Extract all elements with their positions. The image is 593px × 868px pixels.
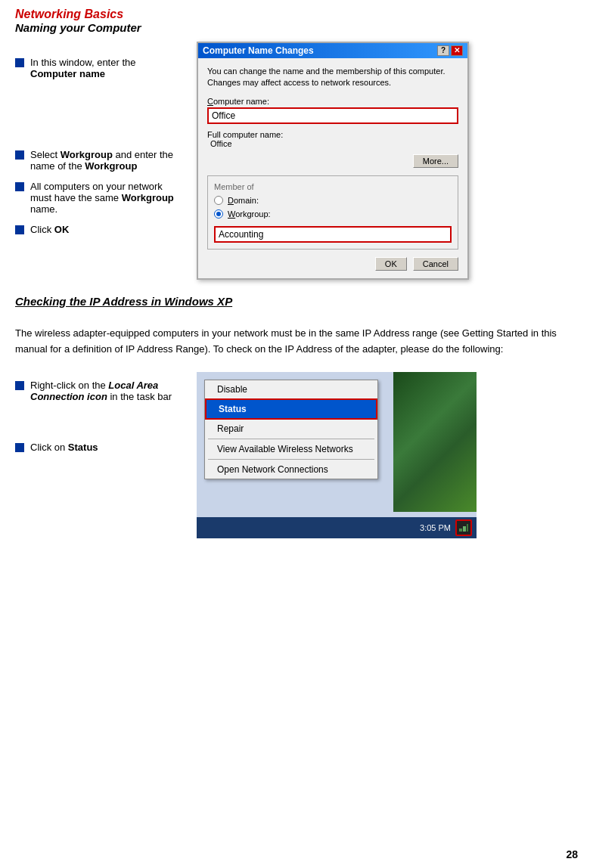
ok-button[interactable]: OK	[375, 257, 407, 271]
domain-label: Domain:	[228, 196, 259, 205]
bullet-item-1: In this window, enter the Computer name	[15, 57, 182, 79]
dialog-description: You can change the name and the membersh…	[207, 66, 458, 89]
bullet-item-3: All computers on your network must have …	[15, 181, 182, 215]
bullet-item-5: Right-click on the Local Area Connection…	[15, 380, 182, 402]
bullet-text-1: In this window, enter the Computer name	[30, 57, 182, 79]
bullet-square-5	[15, 381, 24, 390]
full-computer-name-label: Full computer name:	[207, 130, 458, 139]
workgroup-radio[interactable]	[214, 209, 223, 219]
domain-radio-row[interactable]: Domain:	[214, 196, 452, 205]
bullet-text-2: Select Workgroup and enter the name of t…	[30, 149, 182, 172]
dialog-close-button[interactable]: ✕	[451, 45, 463, 56]
more-button[interactable]: More...	[413, 154, 458, 168]
network-icon[interactable]	[455, 519, 472, 536]
page-number: 28	[566, 848, 578, 860]
bullet-square-2	[15, 150, 24, 160]
taskbar: 3:05 PM	[197, 517, 477, 538]
bullet-text-5: Right-click on the Local Area Connection…	[30, 380, 182, 402]
computer-name-dialog: Computer Name Changes ? ✕ You can change…	[197, 42, 469, 280]
network-icon-svg	[458, 522, 469, 533]
workgroup-label: Workgroup:	[228, 209, 271, 219]
dialog-title-text: Computer Name Changes	[203, 45, 314, 56]
desktop-bg	[393, 372, 477, 512]
menu-item-repair[interactable]: Repair	[205, 420, 377, 438]
section2-body-text: The wireless adapter-equipped computers …	[15, 326, 578, 358]
member-of-section: Member of Domain: Workgroup:	[207, 175, 458, 250]
computer-name-input[interactable]	[207, 107, 458, 124]
bullet-text-4: Click OK	[30, 224, 69, 235]
page-title: Networking Basics	[15, 8, 578, 21]
menu-separator-2	[208, 459, 374, 460]
svg-rect-2	[467, 524, 468, 532]
bullet-text-3: All computers on your network must have …	[30, 181, 182, 215]
section-heading: Naming your Computer	[15, 21, 578, 34]
bullet-item-2: Select Workgroup and enter the name of t…	[15, 149, 182, 172]
bullet-item-4: Click OK	[15, 224, 182, 235]
time-display: 3:05 PM	[420, 523, 451, 532]
bullet-square-1	[15, 58, 24, 67]
menu-separator-1	[208, 439, 374, 439]
full-computer-name-value: Office	[207, 139, 458, 148]
domain-radio[interactable]	[214, 196, 223, 205]
menu-item-open-connections[interactable]: Open Network Connections	[205, 460, 377, 479]
dialog-titlebar: Computer Name Changes ? ✕	[198, 43, 467, 58]
context-menu: Disable Status Repair View Available Wir…	[204, 380, 378, 479]
menu-item-wireless[interactable]: View Available Wireless Networks	[205, 440, 377, 458]
menu-item-status[interactable]: Status	[205, 398, 377, 420]
dialog-help-button[interactable]: ?	[437, 45, 449, 56]
workgroup-radio-row[interactable]: Workgroup:	[214, 209, 452, 219]
svg-rect-0	[459, 529, 462, 532]
member-of-legend: Member of	[214, 182, 452, 191]
bullet-item-6: Click on Status	[15, 442, 182, 453]
bullet-square-3	[15, 182, 24, 191]
workgroup-input[interactable]	[214, 226, 452, 243]
bullet-square-6	[15, 443, 24, 452]
bullet-text-6: Click on Status	[30, 442, 98, 453]
bullet-square-4	[15, 225, 24, 234]
svg-rect-1	[463, 526, 466, 532]
computer-name-label: Computer name:	[207, 97, 458, 106]
cancel-button[interactable]: Cancel	[413, 257, 458, 271]
section2-heading: Checking the IP Address in Windows XP	[15, 295, 578, 308]
menu-item-disable[interactable]: Disable	[205, 380, 377, 398]
